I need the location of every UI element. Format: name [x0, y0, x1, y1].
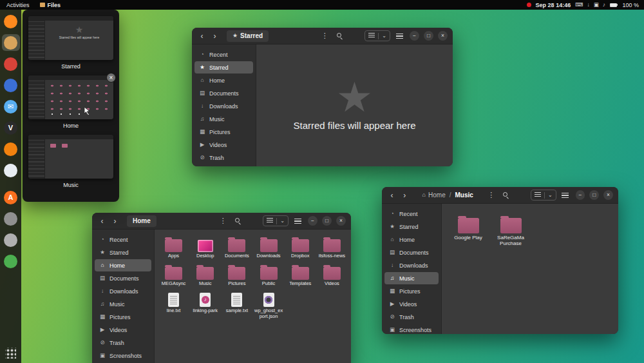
forward-button[interactable]: ›: [110, 216, 120, 226]
sidebar-item[interactable]: ▶ Videos: [95, 324, 151, 336]
window-thumbnail-starred[interactable]: ★ Starred files will appear here Starred: [28, 16, 114, 70]
breadcrumb-current[interactable]: Music: [455, 191, 473, 199]
sidebar-item[interactable]: ⌂ Home: [384, 233, 439, 246]
breadcrumb-home[interactable]: ⌂ Home: [422, 191, 446, 199]
file-item[interactable]: Public: [254, 264, 284, 287]
close-button[interactable]: ×: [603, 190, 613, 200]
maximize-button[interactable]: □: [322, 216, 332, 226]
sidebar-item[interactable]: ♫ Music: [95, 298, 151, 310]
file-item[interactable]: linking-park: [190, 291, 220, 319]
file-item[interactable]: Pictures: [222, 264, 252, 287]
dock-item[interactable]: A: [2, 189, 20, 206]
clock[interactable]: Sep 28 14:46: [536, 2, 571, 8]
file-item[interactable]: Videos: [317, 264, 347, 287]
sidebar-item[interactable]: ⊘ Trash: [95, 337, 151, 349]
view-toggle[interactable]: ⌄: [263, 215, 289, 226]
file-item[interactable]: Desktop: [190, 236, 220, 259]
minimize-button[interactable]: −: [308, 216, 317, 226]
dock-item[interactable]: [2, 13, 20, 30]
file-item[interactable]: Music: [190, 264, 220, 287]
sidebar-item[interactable]: ▶ Videos: [194, 139, 253, 151]
view-toggle[interactable]: ⌄: [531, 190, 556, 201]
file-item[interactable]: line.txt: [158, 291, 189, 319]
close-button[interactable]: ×: [438, 31, 448, 41]
sidebar-item[interactable]: ▦ Pictures: [384, 285, 439, 297]
app-grid-icon[interactable]: [5, 348, 16, 358]
file-item[interactable]: Documents: [222, 236, 252, 259]
sidebar-item[interactable]: ▣ Screenshots: [95, 349, 151, 362]
file-item[interactable]: Templates: [285, 264, 316, 287]
file-item[interactable]: Apps: [158, 236, 189, 259]
dock-item[interactable]: [2, 77, 20, 93]
sidebar-item[interactable]: ♫ Music: [384, 272, 439, 284]
view-toggle[interactable]: ⌄: [365, 30, 390, 41]
file-item[interactable]: Dropbox: [285, 236, 316, 259]
dock-item[interactable]: ✉: [2, 98, 20, 115]
sidebar-item[interactable]: ★ Starred: [384, 221, 439, 233]
back-button[interactable]: ‹: [197, 31, 207, 41]
window-thumbnail-music[interactable]: Music: [28, 135, 114, 188]
sidebar-item[interactable]: ▤ Documents: [95, 272, 151, 284]
sidebar-item[interactable]: ★ Starred: [95, 246, 151, 259]
file-item[interactable]: Google Play: [451, 214, 486, 240]
maximize-button[interactable]: □: [589, 190, 599, 200]
dock-item[interactable]: [2, 55, 20, 72]
sidebar-item[interactable]: ⊘ Trash: [384, 311, 439, 323]
hamburger-menu-button[interactable]: [393, 31, 405, 41]
file-item[interactable]: Downloads: [254, 236, 284, 259]
maximize-button[interactable]: □: [424, 31, 433, 41]
titlebar[interactable]: ‹ › ⌂ Home / Music ⋮ ⌄ − □ ×: [382, 187, 618, 204]
system-tray[interactable]: ⌨↓▣♪: [575, 2, 605, 8]
close-thumbnail-button[interactable]: ×: [106, 73, 116, 83]
menu-dots-icon[interactable]: ⋮: [217, 216, 229, 226]
titlebar[interactable]: ‹ › Home ⋮ ⌄ − □ ×: [92, 213, 351, 230]
back-button[interactable]: ‹: [97, 216, 107, 226]
sidebar-item[interactable]: ▣ Screenshots: [384, 324, 439, 334]
minimize-button[interactable]: −: [410, 31, 419, 41]
search-icon[interactable]: [232, 216, 243, 226]
hamburger-menu-button[interactable]: [292, 216, 303, 226]
sidebar-item[interactable]: ↓ Downloads: [194, 100, 253, 112]
sidebar-item[interactable]: ⊘ Trash: [194, 152, 253, 164]
file-item[interactable]: wp_ghost_export.json: [254, 291, 284, 319]
forward-button[interactable]: ›: [210, 31, 220, 41]
sidebar-item[interactable]: ★ Starred: [194, 61, 253, 74]
menu-dots-icon[interactable]: ⋮: [486, 190, 497, 201]
sidebar-item[interactable]: ⌂ Home: [194, 74, 253, 86]
sidebar-item[interactable]: ⌂ Home: [95, 259, 151, 271]
file-item[interactable]: MEGAsync: [158, 264, 189, 287]
file-item[interactable]: itsfoss-news: [317, 236, 347, 259]
minimize-button[interactable]: −: [576, 190, 585, 200]
dock-item[interactable]: V: [2, 119, 20, 136]
sidebar-item[interactable]: ♫ Music: [194, 113, 253, 125]
sidebar-item[interactable]: ◔ Recent: [95, 233, 151, 246]
titlebar[interactable]: ‹ › ★ Starred ⋮ ⌄ − □ ×: [192, 28, 453, 44]
hamburger-menu-button[interactable]: [560, 190, 571, 201]
dock-item[interactable]: [2, 162, 20, 179]
sidebar-item[interactable]: ▤ Documents: [194, 87, 253, 99]
sidebar-item[interactable]: ▤ Documents: [384, 246, 439, 259]
sidebar-item[interactable]: ▶ Videos: [384, 298, 439, 310]
dock-item[interactable]: [2, 231, 20, 248]
menu-dots-icon[interactable]: ⋮: [319, 31, 330, 41]
sidebar-item[interactable]: ◔ Recent: [384, 208, 439, 220]
sidebar-item[interactable]: ↓ Downloads: [384, 259, 439, 271]
sidebar-item[interactable]: ◔ Recent: [194, 48, 253, 61]
file-item[interactable]: SaReGaMa Purchase: [493, 214, 528, 246]
back-button[interactable]: ‹: [387, 190, 397, 201]
window-thumbnail-home[interactable]: × Home: [28, 75, 114, 129]
file-item[interactable]: sample.txt: [222, 291, 252, 319]
sidebar-item[interactable]: ↓ Downloads: [95, 285, 151, 297]
dock-item[interactable]: [2, 210, 20, 227]
activities-button[interactable]: Activities: [5, 2, 31, 8]
path-button[interactable]: ★ Starred: [227, 30, 269, 42]
sidebar-item[interactable]: ▦ Pictures: [95, 311, 151, 323]
search-icon[interactable]: [334, 31, 345, 41]
search-icon[interactable]: [500, 190, 512, 201]
sidebar-item[interactable]: ▦ Pictures: [194, 126, 253, 138]
dock-item[interactable]: [2, 253, 20, 270]
close-button[interactable]: ×: [336, 216, 346, 226]
dock-item[interactable]: [2, 141, 20, 157]
forward-button[interactable]: ›: [400, 190, 410, 201]
path-button[interactable]: Home: [127, 215, 156, 227]
